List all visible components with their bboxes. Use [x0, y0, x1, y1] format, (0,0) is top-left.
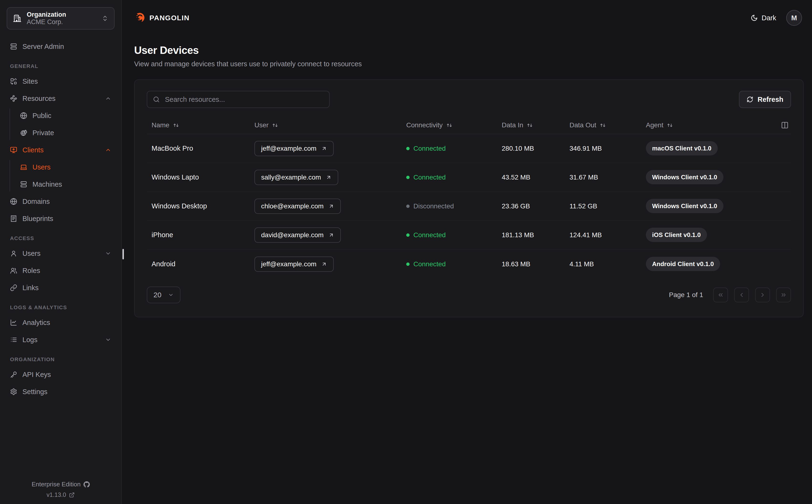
sidebar-item-sites[interactable]: Sites	[7, 73, 114, 90]
org-selector-value: ACME Corp.	[27, 18, 63, 26]
user-link-button[interactable]: jeff@example.com	[255, 257, 334, 272]
sidebar-item-label: Analytics	[22, 319, 50, 327]
edition-label: Enterprise Edition	[31, 481, 80, 488]
column-header-data-out[interactable]: Data Out	[569, 121, 646, 129]
pager-last-button[interactable]	[776, 288, 791, 302]
avatar-initial: M	[791, 14, 797, 22]
connectivity-status: Connected	[406, 145, 502, 152]
data-out-value: 124.41 MB	[569, 231, 646, 239]
column-header-name[interactable]: Name	[147, 121, 255, 129]
data-out-value: 31.67 MB	[569, 174, 646, 181]
page-size-select[interactable]: 20	[147, 287, 180, 303]
sidebar-item-machines[interactable]: Machines	[17, 176, 114, 193]
sidebar-item-private[interactable]: Private	[17, 124, 114, 141]
agent-badge: Windows Client v0.1.0	[646, 199, 724, 213]
user-link-button[interactable]: sally@example.com	[255, 170, 338, 185]
user-link-button[interactable]: david@example.com	[255, 227, 341, 243]
sidebar-item-label: Server Admin	[22, 43, 64, 51]
sites-icon	[10, 78, 17, 85]
pager-first-icon	[717, 292, 724, 298]
org-selector[interactable]: Organization ACME Corp.	[7, 7, 114, 30]
search-input[interactable]	[164, 95, 323, 104]
sort-icon	[272, 122, 278, 129]
sidebar-item-label: Users	[32, 163, 51, 171]
github-icon	[83, 481, 90, 488]
user-link-button[interactable]: chloe@example.com	[255, 199, 341, 214]
sidebar-item-server-admin[interactable]: Server Admin	[7, 38, 114, 55]
data-in-value: 280.10 MB	[502, 145, 569, 152]
theme-toggle[interactable]: Dark	[749, 14, 778, 22]
table-header-row: Name User Connectivity Data In Data Out	[147, 117, 791, 134]
pager-first-button[interactable]	[713, 288, 728, 302]
column-header-connectivity[interactable]: Connectivity	[406, 121, 502, 129]
sort-icon	[446, 122, 453, 129]
sidebar-item-domains[interactable]: Domains	[7, 193, 114, 210]
refresh-button[interactable]: Refresh	[739, 91, 791, 108]
sidebar-item-label: Roles	[22, 267, 40, 275]
laptop-icon	[20, 164, 27, 171]
sidebar-item-clients[interactable]: Clients	[7, 141, 114, 159]
sidebar-item-clients-users[interactable]: Users	[17, 159, 114, 176]
arrow-up-right-icon	[328, 203, 334, 209]
column-header-user[interactable]: User	[255, 121, 406, 129]
columns-toggle-button[interactable]	[781, 121, 789, 129]
status-dot	[406, 262, 410, 266]
devices-table: Name User Connectivity Data In Data Out	[147, 117, 791, 278]
connectivity-status: Connected	[406, 260, 502, 268]
connectivity-status: Connected	[406, 174, 502, 181]
sidebar-item-label: Machines	[32, 180, 62, 188]
sidebar-item-logs[interactable]: Logs	[7, 331, 114, 348]
brand[interactable]: PANGOLIN	[134, 12, 189, 23]
data-in-value: 18.63 MB	[502, 260, 569, 268]
version-label: v1.13.0	[47, 491, 66, 498]
avatar[interactable]: M	[786, 10, 802, 26]
agent-badge: Android Client v0.1.0	[646, 257, 720, 271]
sidebar-item-blueprints[interactable]: Blueprints	[7, 210, 114, 227]
sidebar-item-label: Domains	[22, 198, 50, 206]
version-link[interactable]: v1.13.0	[47, 491, 75, 498]
column-header-agent[interactable]: Agent	[646, 121, 791, 129]
table-row: Android jeff@example.com Connected 18.63…	[147, 250, 791, 278]
section-label-logs-analytics: LOGS & ANALYTICS	[7, 296, 114, 314]
pager-next-button[interactable]	[755, 288, 770, 302]
sidebar-item-api-keys[interactable]: API Keys	[7, 366, 114, 383]
sort-icon	[599, 122, 606, 129]
user-link-button[interactable]: jeff@example.com	[255, 141, 334, 156]
device-name: Android	[147, 260, 255, 268]
page-subtitle: View and manage devices that users use t…	[134, 60, 812, 68]
sidebar-item-label: Logs	[22, 336, 37, 344]
columns-icon	[781, 121, 789, 129]
table-row: iPhone david@example.com Connected 181.1…	[147, 221, 791, 250]
refresh-icon	[747, 96, 753, 103]
sidebar-item-resources[interactable]: Resources	[7, 90, 114, 107]
connectivity-status: Connected	[406, 231, 502, 239]
main-area: PANGOLIN Dark M User Devices View and ma…	[122, 0, 812, 504]
refresh-label: Refresh	[758, 96, 783, 103]
page-size-value: 20	[153, 291, 161, 299]
card-toolbar: Refresh	[135, 80, 803, 108]
chevron-down-icon	[105, 337, 111, 343]
pager-prev-button[interactable]	[734, 288, 749, 302]
theme-toggle-label: Dark	[762, 14, 776, 22]
sidebar-item-label: Private	[32, 129, 54, 137]
column-header-data-in[interactable]: Data In	[502, 121, 569, 129]
sidebar-item-links[interactable]: Links	[7, 279, 114, 296]
sidebar-item-public[interactable]: Public	[17, 107, 114, 124]
chevron-up-icon	[105, 147, 111, 153]
sidebar-item-users[interactable]: Users	[7, 245, 114, 262]
link-icon	[10, 284, 17, 291]
status-dot	[406, 233, 410, 237]
sidebar-item-analytics[interactable]: Analytics	[7, 314, 114, 331]
sidebar-item-label: Resources	[22, 95, 56, 103]
clients-subgroup: Users Machines	[7, 159, 114, 193]
sidebar-item-label: Blueprints	[22, 215, 53, 223]
sidebar-item-settings[interactable]: Settings	[7, 383, 114, 400]
sidebar-item-roles[interactable]: Roles	[7, 262, 114, 279]
table-row: Windows Desktop chloe@example.com Discon…	[147, 192, 791, 221]
edition-link[interactable]: Enterprise Edition	[31, 481, 89, 488]
pager-last-icon	[780, 292, 787, 298]
pangolin-logo-icon	[134, 12, 145, 23]
building-icon	[13, 14, 21, 23]
sort-icon	[667, 122, 673, 129]
device-name: Windows Lapto	[147, 173, 255, 181]
